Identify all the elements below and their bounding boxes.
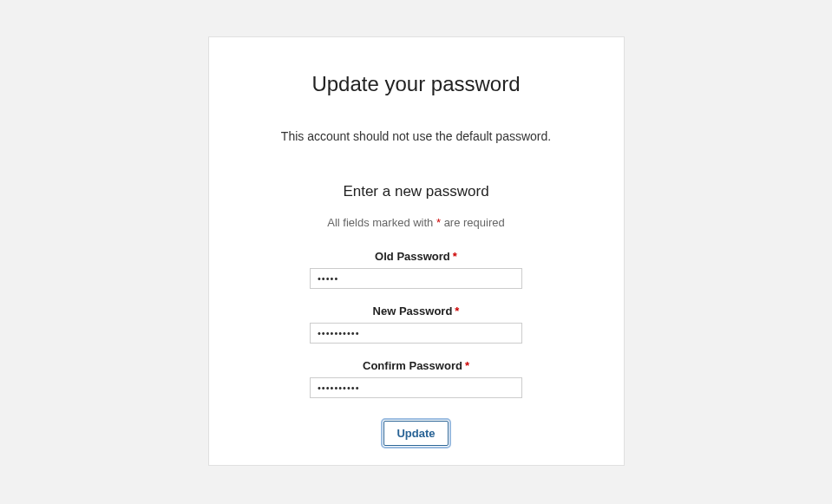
confirm-password-label-text: Confirm Password [363, 359, 462, 372]
update-button[interactable]: Update [383, 421, 448, 446]
confirm-password-label: Confirm Password* [209, 359, 624, 372]
required-note-suffix: are required [441, 216, 505, 229]
required-star-icon: * [453, 250, 457, 263]
section-title: Enter a new password [209, 183, 624, 200]
confirm-password-input[interactable] [310, 377, 522, 398]
new-password-group: New Password* [209, 304, 624, 344]
page-subtitle: This account should not use the default … [209, 129, 624, 143]
new-password-label-text: New Password [373, 304, 453, 317]
old-password-input[interactable] [310, 268, 522, 289]
required-star-icon: * [455, 304, 459, 317]
old-password-label: Old Password* [209, 250, 624, 263]
new-password-label: New Password* [209, 304, 624, 317]
update-password-card: Update your password This account should… [208, 36, 625, 466]
old-password-group: Old Password* [209, 250, 624, 289]
confirm-password-group: Confirm Password* [209, 359, 624, 398]
required-fields-note: All fields marked with * are required [209, 216, 624, 229]
page-title: Update your password [209, 72, 624, 96]
required-note-prefix: All fields marked with [327, 216, 436, 229]
required-star-icon: * [465, 359, 469, 372]
old-password-label-text: Old Password [375, 250, 450, 263]
new-password-input[interactable] [310, 323, 522, 344]
